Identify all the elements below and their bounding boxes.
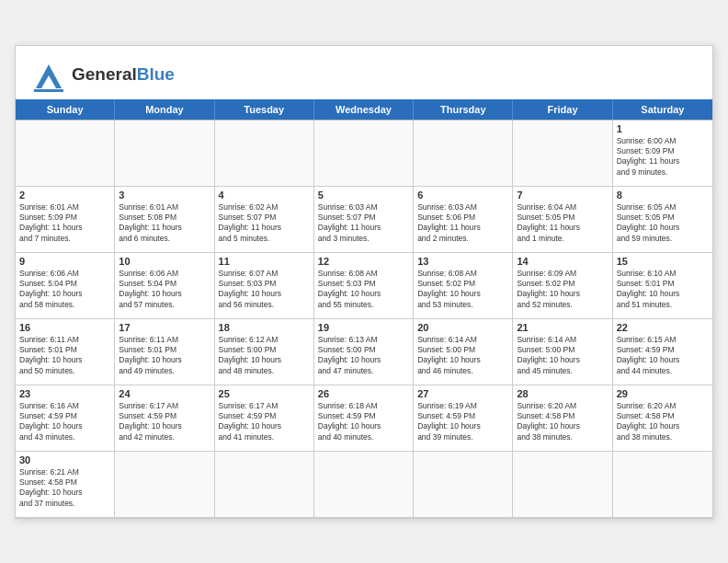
cell-info-text: Sunrise: 6:06 AM Sunset: 5:04 PM Dayligh…	[119, 269, 210, 311]
cell-day-number: 30	[19, 454, 110, 465]
calendar-cell-23: 23Sunrise: 6:16 AM Sunset: 4:59 PM Dayli…	[16, 385, 115, 452]
cell-day-number: 22	[617, 322, 709, 333]
day-header-monday: Monday	[115, 99, 214, 120]
calendar-cell-17: 17Sunrise: 6:11 AM Sunset: 5:01 PM Dayli…	[115, 319, 214, 385]
cell-info-text: Sunrise: 6:11 AM Sunset: 5:01 PM Dayligh…	[119, 335, 210, 377]
calendar-cell-11: 11Sunrise: 6:07 AM Sunset: 5:03 PM Dayli…	[215, 253, 314, 319]
calendar-cell-empty	[314, 121, 414, 187]
calendar-cell-14: 14Sunrise: 6:09 AM Sunset: 5:02 PM Dayli…	[513, 253, 612, 319]
calendar-cell-13: 13Sunrise: 6:08 AM Sunset: 5:02 PM Dayli…	[414, 253, 513, 319]
cell-info-text: Sunrise: 6:21 AM Sunset: 4:58 PM Dayligh…	[19, 467, 110, 510]
cell-info-text: Sunrise: 6:20 AM Sunset: 4:58 PM Dayligh…	[517, 401, 608, 443]
cell-info-text: Sunrise: 6:10 AM Sunset: 5:01 PM Dayligh…	[617, 269, 709, 311]
cell-day-number: 4	[219, 190, 310, 201]
calendar-cell-empty	[613, 452, 712, 518]
cell-day-number: 16	[19, 322, 110, 333]
cell-day-number: 29	[617, 388, 709, 399]
calendar-cell-2: 2Sunrise: 6:01 AM Sunset: 5:09 PM Daylig…	[16, 187, 115, 253]
cell-info-text: Sunrise: 6:11 AM Sunset: 5:01 PM Dayligh…	[19, 335, 110, 377]
cell-info-text: Sunrise: 6:08 AM Sunset: 5:03 PM Dayligh…	[318, 269, 409, 311]
calendar-cell-15: 15Sunrise: 6:10 AM Sunset: 5:01 PM Dayli…	[613, 253, 712, 319]
cell-day-number: 2	[19, 190, 110, 201]
cell-info-text: Sunrise: 6:05 AM Sunset: 5:05 PM Dayligh…	[617, 202, 709, 245]
cell-day-number: 6	[417, 190, 508, 201]
cell-day-number: 15	[617, 256, 709, 267]
cell-day-number: 23	[19, 388, 110, 399]
calendar-cell-empty	[314, 452, 414, 518]
calendar-cell-empty	[215, 121, 314, 187]
cell-day-number: 9	[19, 256, 110, 267]
cell-day-number: 28	[517, 388, 608, 399]
calendar-cell-26: 26Sunrise: 6:18 AM Sunset: 4:59 PM Dayli…	[314, 385, 414, 452]
calendar-cell-empty	[414, 121, 513, 187]
calendar-grid: 1Sunrise: 6:00 AM Sunset: 5:09 PM Daylig…	[16, 120, 712, 518]
calendar-container: GeneralBlue SundayMondayTuesdayWednesday…	[15, 45, 713, 519]
cell-day-number: 8	[617, 190, 709, 201]
calendar-cell-8: 8Sunrise: 6:05 AM Sunset: 5:05 PM Daylig…	[613, 187, 712, 253]
cell-day-number: 21	[517, 322, 608, 333]
cell-info-text: Sunrise: 6:14 AM Sunset: 5:00 PM Dayligh…	[517, 335, 608, 377]
calendar-cell-22: 22Sunrise: 6:15 AM Sunset: 4:59 PM Dayli…	[613, 319, 712, 385]
cell-day-number: 12	[318, 256, 409, 267]
logo-area: GeneralBlue	[28, 55, 175, 94]
logo-blue-text: Blue	[137, 64, 175, 84]
calendar-cell-9: 9Sunrise: 6:06 AM Sunset: 5:04 PM Daylig…	[16, 253, 115, 319]
cell-info-text: Sunrise: 6:02 AM Sunset: 5:07 PM Dayligh…	[219, 202, 310, 245]
svg-rect-3	[34, 89, 63, 92]
calendar-cell-16: 16Sunrise: 6:11 AM Sunset: 5:01 PM Dayli…	[16, 319, 115, 385]
cell-info-text: Sunrise: 6:04 AM Sunset: 5:05 PM Dayligh…	[517, 202, 608, 245]
calendar-header: GeneralBlue	[16, 46, 712, 99]
cell-info-text: Sunrise: 6:13 AM Sunset: 5:00 PM Dayligh…	[318, 335, 409, 377]
logo-general: GeneralBlue	[72, 65, 175, 83]
cell-day-number: 5	[318, 190, 409, 201]
cell-day-number: 11	[219, 256, 310, 267]
cell-day-number: 24	[119, 388, 210, 399]
cell-info-text: Sunrise: 6:06 AM Sunset: 5:04 PM Dayligh…	[19, 269, 110, 311]
calendar-cell-24: 24Sunrise: 6:17 AM Sunset: 4:59 PM Dayli…	[115, 385, 214, 452]
calendar-cell-28: 28Sunrise: 6:20 AM Sunset: 4:58 PM Dayli…	[513, 385, 612, 452]
cell-day-number: 17	[119, 322, 210, 333]
cell-day-number: 20	[417, 322, 508, 333]
cell-info-text: Sunrise: 6:14 AM Sunset: 5:00 PM Dayligh…	[417, 335, 508, 377]
cell-info-text: Sunrise: 6:00 AM Sunset: 5:09 PM Dayligh…	[617, 136, 709, 178]
cell-info-text: Sunrise: 6:09 AM Sunset: 5:02 PM Dayligh…	[517, 269, 608, 311]
cell-info-text: Sunrise: 6:08 AM Sunset: 5:02 PM Dayligh…	[417, 269, 508, 311]
cell-day-number: 1	[617, 123, 709, 134]
calendar-cell-1: 1Sunrise: 6:00 AM Sunset: 5:09 PM Daylig…	[613, 121, 712, 187]
cell-info-text: Sunrise: 6:12 AM Sunset: 5:00 PM Dayligh…	[219, 335, 310, 377]
calendar-cell-29: 29Sunrise: 6:20 AM Sunset: 4:58 PM Dayli…	[613, 385, 712, 452]
cell-info-text: Sunrise: 6:19 AM Sunset: 4:59 PM Dayligh…	[417, 401, 508, 443]
calendar-cell-empty	[115, 452, 214, 518]
calendar-cell-empty	[16, 121, 115, 187]
cell-day-number: 19	[318, 322, 409, 333]
calendar-cell-25: 25Sunrise: 6:17 AM Sunset: 4:59 PM Dayli…	[215, 385, 314, 452]
cell-info-text: Sunrise: 6:07 AM Sunset: 5:03 PM Dayligh…	[219, 269, 310, 311]
day-header-tuesday: Tuesday	[215, 99, 314, 120]
calendar-cell-18: 18Sunrise: 6:12 AM Sunset: 5:00 PM Dayli…	[215, 319, 314, 385]
cell-day-number: 27	[417, 388, 508, 399]
calendar-cell-3: 3Sunrise: 6:01 AM Sunset: 5:08 PM Daylig…	[115, 187, 214, 253]
calendar-cell-6: 6Sunrise: 6:03 AM Sunset: 5:06 PM Daylig…	[414, 187, 513, 253]
calendar-cell-12: 12Sunrise: 6:08 AM Sunset: 5:03 PM Dayli…	[314, 253, 414, 319]
logo-icon	[28, 55, 69, 94]
calendar-cell-30: 30Sunrise: 6:21 AM Sunset: 4:58 PM Dayli…	[16, 452, 115, 518]
cell-info-text: Sunrise: 6:15 AM Sunset: 4:59 PM Dayligh…	[617, 335, 709, 377]
cell-info-text: Sunrise: 6:17 AM Sunset: 4:59 PM Dayligh…	[119, 401, 210, 443]
cell-day-number: 13	[417, 256, 508, 267]
cell-day-number: 26	[318, 388, 409, 399]
cell-info-text: Sunrise: 6:20 AM Sunset: 4:58 PM Dayligh…	[617, 401, 709, 443]
calendar-cell-empty	[414, 452, 513, 518]
calendar-cell-empty	[513, 121, 612, 187]
cell-info-text: Sunrise: 6:03 AM Sunset: 5:07 PM Dayligh…	[318, 202, 409, 245]
calendar-cell-empty	[513, 452, 612, 518]
day-header-thursday: Thursday	[414, 99, 513, 120]
calendar-cell-7: 7Sunrise: 6:04 AM Sunset: 5:05 PM Daylig…	[513, 187, 612, 253]
calendar-cell-10: 10Sunrise: 6:06 AM Sunset: 5:04 PM Dayli…	[115, 253, 214, 319]
cell-info-text: Sunrise: 6:01 AM Sunset: 5:09 PM Dayligh…	[19, 202, 110, 245]
cell-day-number: 10	[119, 256, 210, 267]
cell-info-text: Sunrise: 6:01 AM Sunset: 5:08 PM Dayligh…	[119, 202, 210, 245]
day-headers: SundayMondayTuesdayWednesdayThursdayFrid…	[16, 99, 712, 120]
cell-day-number: 25	[219, 388, 310, 399]
calendar-cell-empty	[215, 452, 314, 518]
calendar-cell-4: 4Sunrise: 6:02 AM Sunset: 5:07 PM Daylig…	[215, 187, 314, 253]
